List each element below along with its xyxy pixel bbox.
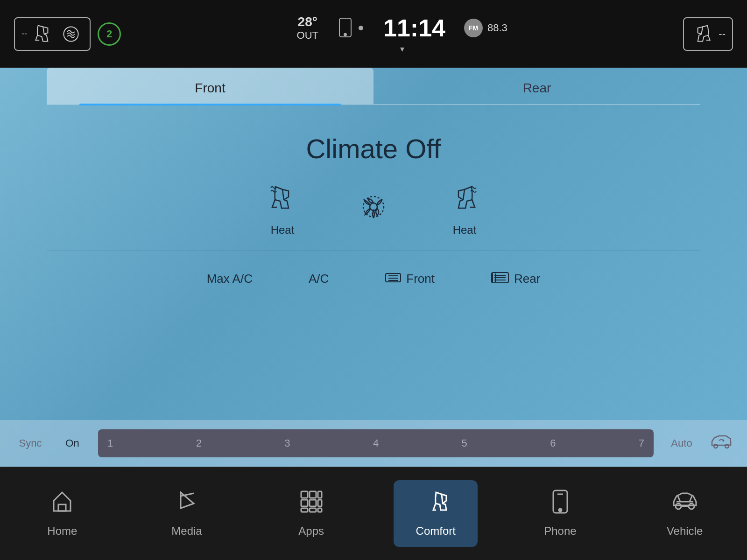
right-seat-heat-icon [448,183,481,219]
bottom-controls: Sync On 1 2 3 4 5 6 7 Auto [0,420,747,467]
left-seat-heat-label: Heat [271,224,295,237]
radio-frequency: 88.3 [487,22,507,34]
climate-tabs: Front Rear [47,68,700,105]
sync-label: Sync [14,437,47,449]
settings-dot-icon [357,24,365,32]
nav-home[interactable]: Home [20,480,104,547]
status-center-top: 28° OUT 11:14 FM 88.3 [297,14,507,42]
nav-phone[interactable]: Phone [518,480,602,547]
front-defrost-icon [385,270,402,288]
svg-point-17 [725,444,729,448]
fan-tick-marks: 1 2 3 4 5 6 7 [107,437,644,449]
nav-phone-label: Phone [544,525,576,538]
tab-front[interactable]: Front [47,68,374,104]
recirculate-icon[interactable] [710,432,733,455]
vehicle-icon [671,490,699,519]
comfort-icon [423,490,449,519]
notification-badge[interactable]: 2 [98,22,121,46]
radio-display[interactable]: FM 88.3 [464,19,507,37]
fan-tick-6: 6 [550,437,556,449]
home-icon [50,490,74,519]
svg-point-30 [559,509,562,511]
svg-rect-27 [310,508,316,512]
on-label[interactable]: On [56,437,89,449]
svg-point-2 [344,34,346,36]
seat-heat-left-icon [59,22,83,46]
nav-vehicle[interactable]: Vehicle [643,480,727,547]
fan-tick-7: 7 [639,437,644,449]
front-defrost-button[interactable]: Front [375,265,444,293]
nav-media-label: Media [171,525,202,538]
nav-comfort[interactable]: Comfort [394,480,478,547]
divider [47,251,700,251]
svg-rect-25 [318,500,322,506]
ac-button[interactable]: A/C [299,267,338,291]
nav-apps-label: Apps [298,525,324,538]
svg-rect-22 [318,491,322,498]
status-left: -- 2 [14,17,121,51]
svg-point-16 [714,444,718,448]
fan-tick-4: 4 [373,437,379,449]
left-seat-value: -- [21,29,27,39]
right-seat-heat-control[interactable]: Heat [448,183,481,237]
fan-tick-2: 2 [196,437,202,449]
phone-icon [551,490,570,519]
svg-rect-23 [301,500,308,506]
chevron-down-icon[interactable]: ▾ [400,44,404,54]
svg-rect-21 [310,491,316,498]
nav-media[interactable]: Media [145,480,229,547]
right-seat-heat-label: Heat [453,224,477,237]
svg-rect-18 [58,504,66,511]
svg-point-32 [676,504,681,509]
apps-icon [299,490,324,519]
fan-speed-slider[interactable]: 1 2 3 4 5 6 7 [98,429,654,457]
fan-tick-3: 3 [284,437,290,449]
phone-icon-status [337,17,353,38]
fan-tick-5: 5 [462,437,467,449]
svg-rect-24 [310,500,316,506]
temp-label: OUT [297,29,318,42]
nav-apps[interactable]: Apps [269,480,353,547]
clock: 11:14 [383,14,445,42]
svg-point-5 [363,196,384,217]
rear-defrost-icon [491,270,509,288]
outside-temp: 28° OUT [297,14,318,42]
svg-point-3 [359,26,363,30]
center-fan-control[interactable] [355,190,392,229]
svg-point-33 [689,504,694,509]
svg-rect-26 [301,508,308,512]
max-ac-button[interactable]: Max A/C [197,267,262,291]
climate-main: Climate Off Heat [0,105,747,307]
temp-value: 28° [297,14,318,29]
media-icon [176,490,197,519]
svg-rect-28 [318,508,322,512]
nav-home-label: Home [47,525,77,538]
bottom-nav: Home Media Apps [0,467,747,560]
seat-right-icon [691,22,715,46]
right-seat-widget[interactable]: -- [683,17,733,51]
rear-defrost-button[interactable]: Rear [481,265,550,293]
auto-label[interactable]: Auto [663,437,700,449]
notification-count: 2 [106,28,112,40]
status-center: 28° OUT 11:14 FM 88.3 ▾ [297,14,507,54]
fan-tick-1: 1 [107,437,113,449]
max-ac-label: Max A/C [207,272,253,286]
left-seat-heat-control[interactable]: Heat [266,183,299,237]
left-seat-widget[interactable]: -- [14,17,91,51]
main-content: Front Rear Climate Off [0,68,747,467]
climate-status-title: Climate Off [306,133,441,164]
seat-heat-controls: Heat [266,183,481,237]
svg-rect-20 [301,491,308,498]
tab-rear[interactable]: Rear [374,68,700,104]
nav-vehicle-label: Vehicle [667,525,703,538]
front-defrost-label: Front [406,272,435,286]
status-right: -- [683,17,733,51]
ac-controls: Max A/C A/C Front [197,265,550,293]
right-seat-value: -- [719,28,726,40]
phone-status [337,17,365,38]
status-bar: -- 2 28° OUT [0,0,747,68]
rear-defrost-label: Rear [514,272,540,286]
left-seat-heat-icon [266,183,299,219]
nav-comfort-label: Comfort [416,525,456,538]
ac-label: A/C [309,272,329,286]
